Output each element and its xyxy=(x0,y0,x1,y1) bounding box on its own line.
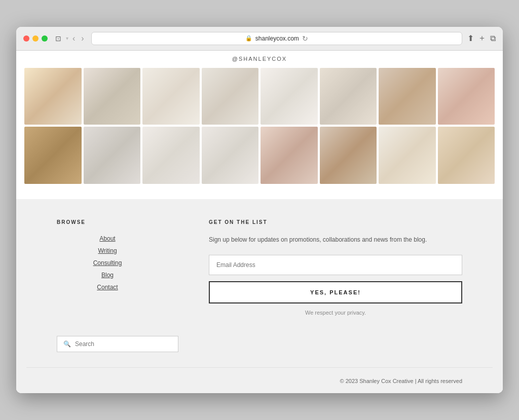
browser-actions: ⬆ ＋ ⧉ xyxy=(467,33,496,44)
photo-8[interactable] xyxy=(438,68,495,125)
search-icon: 🔍 xyxy=(63,340,71,348)
photo-12[interactable] xyxy=(202,127,259,184)
photo-9[interactable] xyxy=(24,127,82,184)
search-box: 🔍 xyxy=(57,336,178,352)
browser-nav: ⊡ ▾ ‹ › xyxy=(53,33,86,44)
forward-button[interactable]: › xyxy=(79,33,86,44)
photo-2[interactable] xyxy=(84,68,141,125)
back-button[interactable]: ‹ xyxy=(70,33,77,44)
email-input[interactable] xyxy=(209,255,462,275)
photo-3[interactable] xyxy=(142,68,200,125)
footer-newsletter: GET ON THE LIST Sign up below for update… xyxy=(209,219,462,316)
add-tab-button[interactable]: ＋ xyxy=(478,33,486,44)
newsletter-description: Sign up below for updates on promotions,… xyxy=(209,235,462,245)
subscribe-button[interactable]: YES, PLEASE! xyxy=(209,281,462,303)
photo-15[interactable] xyxy=(379,127,436,184)
nav-link-writing[interactable]: Writing xyxy=(57,247,158,254)
newsletter-title: GET ON THE LIST xyxy=(209,219,462,225)
instagram-handle: @shanleycox xyxy=(16,56,503,62)
browser-window: ⊡ ▾ ‹ › 🔒 shanleycox.com ↻ ⬆ ＋ ⧉ @shanle… xyxy=(16,27,503,393)
url-text: shanleycox.com xyxy=(255,35,299,42)
browse-title: BROWSE xyxy=(57,219,158,225)
nav-link-blog[interactable]: Blog xyxy=(57,272,158,279)
privacy-note: We respect your privacy. xyxy=(209,310,462,316)
photo-grid xyxy=(16,65,503,199)
copy-button[interactable]: ⧉ xyxy=(490,34,496,43)
photo-5[interactable] xyxy=(261,68,318,125)
photo-4[interactable] xyxy=(202,68,259,125)
fullscreen-button[interactable] xyxy=(42,35,48,42)
footer-bottom: © 2023 Shanley Cox Creative | All rights… xyxy=(26,367,493,393)
minimize-button[interactable] xyxy=(32,35,39,42)
photo-13[interactable] xyxy=(261,127,318,184)
nav-link-contact[interactable]: Contact xyxy=(57,284,158,291)
photo-6[interactable] xyxy=(320,68,377,125)
search-input[interactable] xyxy=(75,340,172,348)
browse-links: About Writing Consulting Blog Contact xyxy=(57,235,158,291)
page-content: @shanleycox BROWSE xyxy=(16,51,503,393)
photo-7[interactable] xyxy=(379,68,436,125)
reload-button[interactable]: ↻ xyxy=(302,34,308,43)
photo-10[interactable] xyxy=(84,127,141,184)
photo-11[interactable] xyxy=(142,127,200,184)
share-button[interactable]: ⬆ xyxy=(467,33,474,43)
sidebar-toggle-button[interactable]: ⊡ xyxy=(53,33,64,44)
address-bar[interactable]: 🔒 shanleycox.com ↻ xyxy=(91,32,462,45)
browser-chrome: ⊡ ▾ ‹ › 🔒 shanleycox.com ↻ ⬆ ＋ ⧉ xyxy=(16,27,503,51)
lock-icon: 🔒 xyxy=(245,35,252,42)
nav-link-consulting[interactable]: Consulting xyxy=(57,259,158,266)
nav-link-about[interactable]: About xyxy=(57,235,158,242)
traffic-lights xyxy=(23,35,48,42)
search-row: 🔍 xyxy=(26,336,493,367)
footer: BROWSE About Writing Consulting Blog Con… xyxy=(16,199,503,393)
handle-area: @shanleycox xyxy=(16,51,503,65)
photo-1[interactable] xyxy=(24,68,82,125)
close-button[interactable] xyxy=(23,35,29,42)
copyright-text: © 2023 Shanley Cox Creative | All rights… xyxy=(340,378,462,384)
photo-16[interactable] xyxy=(438,127,495,184)
footer-browse: BROWSE About Writing Consulting Blog Con… xyxy=(57,219,158,316)
footer-top: BROWSE About Writing Consulting Blog Con… xyxy=(26,219,493,336)
photo-14[interactable] xyxy=(320,127,377,184)
